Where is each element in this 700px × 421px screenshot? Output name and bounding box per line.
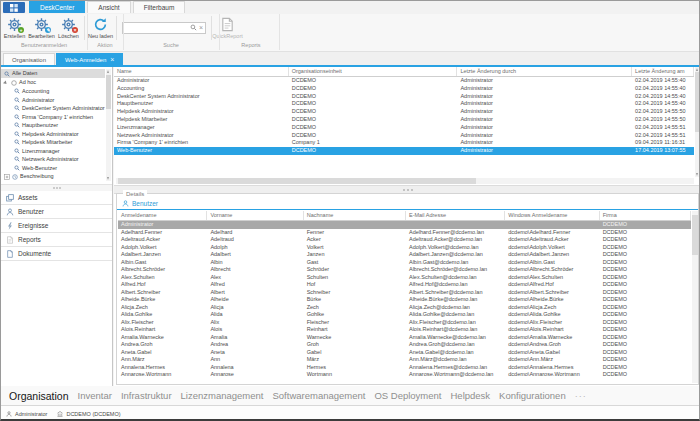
scroll-down-icon[interactable] bbox=[696, 173, 698, 176]
chevron-expander-icon[interactable] bbox=[4, 80, 9, 85]
details-tab-benutzer[interactable]: Benutzer bbox=[132, 200, 158, 207]
table-row[interactable]: Andrea.GrohAndreaGrohAndrea.Groh@dcdemo.… bbox=[118, 341, 691, 349]
scrollbar-thumb[interactable] bbox=[695, 72, 700, 132]
tree-item-web-benutzer[interactable]: Web-Benutzer bbox=[1, 164, 105, 173]
nav-item-organisation[interactable]: Organisation bbox=[9, 390, 69, 402]
table-row[interactable]: DeskCenter System AdministratorDCDEMOAdm… bbox=[114, 93, 694, 101]
nav-item-inventar[interactable]: Inventar bbox=[78, 390, 112, 401]
tree-item-firma-company-1-einrichten[interactable]: Firma 'Company 1' einrichten bbox=[1, 113, 105, 122]
ribbon-tab-deskcenter[interactable]: DeskCenter bbox=[29, 1, 85, 13]
nav-item-lizenzmanagement[interactable]: Lizenzmanagement bbox=[181, 390, 264, 401]
table-row[interactable]: Alida.GohlkeAlidaGohlkeAlida.Gohlke@dcde… bbox=[118, 311, 691, 319]
tree-item-hauptbenutzer[interactable]: Hauptbenutzer bbox=[1, 121, 105, 130]
table-row[interactable]: Alois.ReinhartAloisReinhartAlois.Reinhar… bbox=[118, 326, 691, 334]
column-header-firma[interactable]: Firma bbox=[600, 211, 691, 220]
table-row[interactable]: Ann.MärzAnnMärzAnn.März@dcdemo.landcdemo… bbox=[118, 356, 691, 364]
table-row[interactable]: Alheide.BürkeAlheideBürkeAlheide.Bürke@d… bbox=[118, 296, 691, 304]
nav-more-ellipsis[interactable]: ··· bbox=[575, 391, 587, 401]
sidebar-section-benutzer[interactable]: Benutzer bbox=[1, 205, 112, 219]
nav-item-softwaremanagement[interactable]: Softwaremanagement bbox=[272, 390, 365, 401]
column-header-name[interactable]: Name bbox=[114, 67, 289, 76]
table-row[interactable]: AdministratorDCDEMO bbox=[118, 221, 691, 229]
grid-vertical-scrollbar[interactable] bbox=[695, 67, 700, 177]
table-row[interactable]: Adalbert.JanzenAdalbertJanzenAdalbert.Ja… bbox=[118, 251, 691, 259]
erstellen-button[interactable]: +Erstellen bbox=[1, 15, 28, 41]
ribbon-tab-filterbaum[interactable]: Filterbaum bbox=[133, 1, 186, 13]
scrollbar-thumb[interactable] bbox=[106, 75, 111, 109]
column-header-nachname[interactable]: Nachname bbox=[304, 211, 406, 220]
column-header-letzte-nderung-am[interactable]: Letzte Änderung am bbox=[632, 67, 694, 76]
column-header-anmeldename[interactable]: Anmeldename bbox=[118, 211, 207, 220]
doc-tab-organisation[interactable]: Organisation bbox=[3, 53, 55, 65]
app-menu-button[interactable] bbox=[3, 2, 25, 13]
table-row[interactable]: Adelhard.FennerAdelhardFennerAdelhard.Fe… bbox=[118, 229, 691, 237]
nav-item-infrastruktur[interactable]: Infrastruktur bbox=[121, 390, 172, 401]
neu-laden-button[interactable]: Neu laden bbox=[87, 15, 114, 41]
column-header-e-mail-adresse[interactable]: E-Mail Adresse bbox=[406, 211, 505, 220]
table-row[interactable]: Amalia.WarneckeAmaliaWarneckeAmalia.Warn… bbox=[118, 334, 691, 342]
scroll-down-icon[interactable] bbox=[107, 177, 109, 180]
table-row[interactable]: Firma 'Company 1' einrichtenCompany 1Adm… bbox=[114, 139, 694, 147]
table-row[interactable]: Helpdesk AdministratorDCDEMOAdministrato… bbox=[114, 108, 694, 116]
column-header-organisationseinheit[interactable]: Organisationseinheit bbox=[289, 67, 458, 76]
table-row[interactable]: Alix.FleischerAlixFleischerAlix.Fleische… bbox=[118, 319, 691, 327]
tree-scrollbar[interactable] bbox=[106, 69, 111, 181]
nav-item-helpdesk[interactable]: Helpdesk bbox=[451, 390, 491, 401]
sidebar-section-dokumente[interactable]: Dokumente bbox=[1, 247, 112, 261]
scroll-up-icon[interactable] bbox=[696, 68, 698, 71]
doc-tab-web-anmelden[interactable]: Web-Anmelden× bbox=[56, 53, 123, 65]
table-row[interactable]: Adolph.VolkertAdolphVolkertAdolph.Volker… bbox=[118, 244, 691, 252]
column-header-windows-anmeldename[interactable]: Windows Anmeldename bbox=[505, 211, 599, 220]
sidebar-section-assets[interactable]: Assets bbox=[1, 191, 112, 205]
search-icon[interactable] bbox=[190, 24, 197, 31]
table-row[interactable]: Aneta.GabelAnetaGabelAneta.Gabel@dcdemo.… bbox=[118, 349, 691, 357]
tree-item-lizenzmanager[interactable]: Lizenzmanager bbox=[1, 147, 105, 156]
plus-expander-icon[interactable] bbox=[4, 174, 10, 180]
table-cell: Warnecke bbox=[304, 334, 406, 342]
table-row[interactable]: LizenzmanagerDCDEMOAdministrator02.04.20… bbox=[114, 124, 694, 132]
table-row[interactable]: Adeltraud.AckerAdeltraudAckerAdeltraud.A… bbox=[118, 236, 691, 244]
table-cell: 02.04.2019 14:55:40 bbox=[632, 85, 694, 93]
tree-group-beschreibung[interactable]: Beschreibung bbox=[1, 172, 105, 181]
bearbeiten-button[interactable]: ✎Bearbeiten bbox=[28, 15, 55, 41]
sidebar-section-ereignisse[interactable]: Ereignisse bbox=[1, 219, 112, 233]
tree-item-helpdesk-mitarbeiter[interactable]: Helpdesk Mitarbeiter bbox=[1, 138, 105, 147]
column-header-letzte-nderung-durch[interactable]: Letzte Änderung durch bbox=[457, 67, 632, 76]
table-row[interactable]: Alicja.ZechAlicjaZechAlicja.Zech@dcdemo.… bbox=[118, 304, 691, 312]
tree-group-ad-hoc[interactable]: Ad hoc bbox=[1, 78, 105, 87]
tree-item-alle-daten[interactable]: Alle Daten bbox=[1, 69, 105, 78]
tree-item-netzwerk-administrator[interactable]: Netzwerk Administrator bbox=[1, 155, 105, 164]
table-row[interactable]: AdministratorDCDEMOAdministrator02.04.20… bbox=[114, 77, 694, 85]
löschen-button[interactable]: ×Löschen bbox=[55, 15, 82, 41]
table-row[interactable]: Albrecht.SchröderAlbrechtSchröderAlbrech… bbox=[118, 266, 691, 274]
table-row[interactable]: AccountingDCDEMOAdministrator02.04.2019 … bbox=[114, 85, 694, 93]
sidebar-section-reports[interactable]: Reports bbox=[1, 233, 112, 247]
scroll-up-icon[interactable] bbox=[107, 70, 109, 73]
search-input[interactable] bbox=[125, 25, 190, 31]
grid-horizontal-scrollbar[interactable] bbox=[116, 178, 694, 184]
table-row[interactable]: Web-BenutzerDCDEMOAdministrator17.04.201… bbox=[114, 147, 694, 155]
table-row[interactable]: HauptbenutzerDCDEMOAdministrator02.04.20… bbox=[114, 100, 694, 108]
tree-item-accounting[interactable]: Accounting bbox=[1, 87, 105, 96]
tree-item-deskcenter-system-administrator[interactable]: DeskCenter System Administrator bbox=[1, 104, 105, 113]
tree-item-administrator[interactable]: Administrator bbox=[1, 96, 105, 105]
table-cell: Amalia.Warnecke@dcdemo.lan bbox=[406, 334, 505, 342]
table-row[interactable]: Helpdesk MitarbeiterDCDEMOAdministrator0… bbox=[114, 116, 694, 124]
column-header-vorname[interactable]: Vorname bbox=[207, 211, 303, 220]
nav-item-os-deployment[interactable]: OS Deployment bbox=[374, 390, 441, 401]
table-row[interactable]: Annalena.HermesAnnalenaHermesAnnalena.He… bbox=[118, 364, 691, 372]
table-row[interactable]: Netzwerk AdministratorDCDEMOAdministrato… bbox=[114, 132, 694, 140]
search-clear-icon[interactable]: × bbox=[199, 24, 203, 32]
nav-item-konfigurationen[interactable]: Konfigurationen bbox=[499, 390, 566, 401]
tree-item-helpdesk-administrator[interactable]: Helpdesk Administrator bbox=[1, 130, 105, 139]
scrollbar-thumb[interactable] bbox=[118, 178, 476, 184]
table-row[interactable]: Annarose.WortmannAnnaroseWortmannAnnaros… bbox=[118, 371, 691, 379]
details-vertical-scrollbar[interactable] bbox=[692, 211, 698, 383]
table-row[interactable]: Albin.GastAlbinGastAlbin.Gast@dcdemo.lan… bbox=[118, 259, 691, 267]
ribbon-tab-ansicht[interactable]: Ansicht bbox=[87, 1, 130, 13]
table-row[interactable]: Alfred.HofAlfredHofAlfred.Hof@dcdemo.lan… bbox=[118, 281, 691, 289]
scrollbar-thumb[interactable] bbox=[692, 215, 698, 255]
table-row[interactable]: Alex.SchultenAlexSchultenAlex.Schulten@d… bbox=[118, 274, 691, 282]
close-icon[interactable]: × bbox=[110, 56, 114, 63]
table-row[interactable]: Albert.SchreiberAlbertSchreiberAlbert.Sc… bbox=[118, 289, 691, 297]
